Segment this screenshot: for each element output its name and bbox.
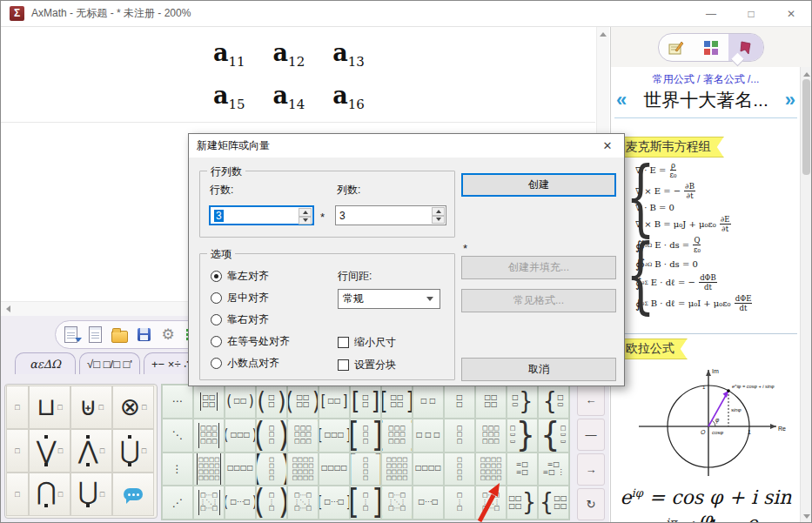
euler-unit-circle-diagram[interactable]: Im Re O 1 1 φ sinφ cosφ e^iφ = cosφ + i …	[630, 361, 787, 483]
scroll-left-icon[interactable]	[6, 305, 10, 312]
placeholder-cell[interactable]: □	[6, 473, 29, 516]
matrix-template-cell[interactable]: [□⋯□⋮⋱⋮□⋯□]	[381, 486, 413, 520]
option-checkbox[interactable]: 缩小尺寸	[338, 335, 396, 349]
matrix-template-cell[interactable]: (□⋯□⋮⋱⋮□⋯□)	[287, 486, 319, 520]
create-button[interactable]: 创建	[461, 173, 616, 197]
matrix-template-cell[interactable]: □⋯□	[413, 486, 444, 520]
nary-operator-cell[interactable]: ⊔□	[29, 386, 70, 429]
palette-nav-button-0[interactable]: ←	[577, 384, 605, 416]
matrix-template-cell[interactable]: □▭}	[507, 385, 538, 419]
matrix-template-cell[interactable]: ⋯	[162, 385, 193, 419]
new-document-icon[interactable]	[86, 325, 104, 344]
matrix-template-cell[interactable]: (□⋮□)	[256, 486, 287, 520]
matrix-template-cell[interactable]: (□□)	[225, 385, 256, 419]
matrix-template-cell[interactable]: (□□□□□□□□□)	[287, 419, 319, 453]
matrix-template-cell[interactable]: □ □	[413, 385, 444, 419]
matrix-template-cell[interactable]: □▭▭}	[507, 419, 538, 453]
matrix-template-cell[interactable]: □ □ □	[413, 419, 444, 453]
matrix-template-cell[interactable]: □□	[444, 385, 475, 419]
matrix-template-cell[interactable]: (□□)	[256, 385, 287, 419]
matrix-template-cell[interactable]: [□□□□]	[381, 385, 413, 419]
matrix-template-cell[interactable]: (□□□)	[256, 419, 287, 453]
matrix-template-cell[interactable]: □□□□□□□□□	[475, 419, 507, 453]
matrix-template-cell[interactable]: (□□□□)	[287, 385, 319, 419]
matrix-template-cell[interactable]: [□□□□□□□□□□□□□□□□]	[381, 453, 413, 486]
maximize-button[interactable]: □	[731, 1, 771, 26]
rows-spinner[interactable]	[299, 208, 312, 225]
symbol-library-tab[interactable]	[694, 34, 728, 61]
maxwell-differential-equations[interactable]: {∇ · E = ρε₀∇ × E = − ∂B∂t∇ · B = 0∇ × B…	[623, 159, 732, 234]
settings-gear-icon[interactable]: ⚙	[159, 325, 178, 344]
symbol-tab-0[interactable]: αεΔΩ	[15, 352, 76, 374]
scrollbar-thumb[interactable]	[802, 79, 810, 175]
matrix-template-cell[interactable]: (□□□□□□□□□□□□□□□□)	[287, 453, 319, 486]
nary-operator-cell[interactable]: ⋂□	[29, 473, 70, 516]
align-radio[interactable]: 小数点对齐	[211, 356, 290, 370]
matrix-template-cell[interactable]: [□□□□]	[350, 453, 381, 486]
matrix-template-cell[interactable]: [□□□□□□□□□]	[381, 419, 413, 453]
matrix-template-cell[interactable]: {□□□□	[538, 486, 569, 520]
align-radio[interactable]: 靠左对齐	[211, 269, 290, 283]
maxwell-integral-equations[interactable]: {∯∂Ω E · ds = Qε₀∯∂Ω B · ds = 0∮∂Σ E · d…	[623, 236, 753, 312]
open-folder-icon[interactable]	[111, 325, 129, 344]
cancel-button[interactable]: 取消	[461, 358, 616, 381]
matrix-template-cell[interactable]: [□□]	[350, 385, 381, 419]
matrix-template-cell[interactable]: [□□□□]	[319, 453, 350, 486]
symbol-tab-1[interactable]: √□ □/□ □'	[79, 352, 140, 374]
matrix-template-cell[interactable]: (□⋯□)	[225, 486, 256, 520]
nary-operator-cell[interactable]: ⋃□	[70, 473, 112, 516]
matrix-template-cell[interactable]: □⋯□⋮⋱⋮□⋯□	[193, 486, 225, 520]
insert-template-menu-icon[interactable]	[62, 325, 80, 344]
close-button[interactable]: ✕	[771, 1, 811, 26]
handwriting-tab[interactable]	[659, 34, 694, 61]
matrix-template-cell[interactable]: [□□□]	[350, 419, 381, 453]
matrix-template-cell[interactable]: [□□□]	[319, 419, 350, 453]
comment-bubble-cell[interactable]	[112, 473, 154, 516]
scroll-up-icon[interactable]	[600, 32, 607, 37]
matrix-template-cell[interactable]: {□▭▭	[538, 419, 569, 453]
matrix-template-cell[interactable]: [□□]	[319, 385, 350, 419]
matrix-template-cell[interactable]: (□□□□)	[225, 453, 256, 486]
matrix-template-cell[interactable]: (□□□)	[225, 419, 256, 453]
rows-input[interactable]: 3	[209, 205, 314, 225]
scroll-down-icon[interactable]	[803, 514, 810, 519]
matrix-template-cell[interactable]: (□□□□)	[256, 453, 287, 486]
matrix-template-cell[interactable]: □□□□	[413, 453, 444, 486]
matrix-template-cell[interactable]: [□⋯□]	[319, 486, 350, 520]
align-radio[interactable]: 靠右对齐	[211, 312, 290, 326]
option-checkbox[interactable]: 设置分块	[338, 358, 396, 372]
matrix-template-cell[interactable]: □□□	[444, 419, 475, 453]
dialog-close-button[interactable]: ✕	[594, 135, 621, 156]
common-formats-button[interactable]: 常见格式...	[461, 289, 616, 312]
save-icon[interactable]	[135, 325, 153, 344]
palette-nav-button-2[interactable]: →	[577, 453, 605, 486]
next-page-icon[interactable]: »	[785, 89, 795, 111]
create-and-fill-button[interactable]: 创建并填充...	[461, 256, 616, 279]
matrix-template-cell[interactable]: {□▭	[538, 385, 569, 419]
scroll-up-icon[interactable]	[803, 72, 810, 77]
row-spacing-select[interactable]: 常规	[338, 289, 440, 309]
nary-operator-cell[interactable]: ⊎□	[70, 386, 112, 429]
matrix-template-cell[interactable]: =□=□ ⋮	[538, 453, 569, 486]
align-radio[interactable]: 居中对齐	[211, 291, 290, 305]
library-scrollbar[interactable]	[800, 67, 812, 523]
minimize-button[interactable]: —	[691, 1, 731, 26]
cols-input[interactable]: 3	[335, 205, 446, 225]
palette-nav-button-1[interactable]: —	[577, 419, 605, 451]
placeholder-cell[interactable]: □	[6, 429, 29, 473]
matrix-template-cell[interactable]: □□□□	[193, 385, 225, 419]
cols-spinner[interactable]	[432, 207, 445, 224]
palette-nav-button-3[interactable]: ↻	[577, 488, 605, 520]
matrix-template-cell[interactable]: ⋮	[162, 453, 193, 486]
matrix-template-cell[interactable]: ⋱	[162, 419, 193, 453]
matrix-template-cell[interactable]: ⋰	[162, 486, 193, 520]
breadcrumb[interactable]: 常用公式 / 著名公式 /...	[611, 72, 801, 87]
matrix-template-cell[interactable]: □□□□	[475, 385, 507, 419]
nary-operator-cell[interactable]: ⋃□	[112, 429, 154, 473]
matrix-template-cell[interactable]: □□□□□□□□□	[193, 419, 225, 453]
nary-operator-cell[interactable]: ⋁□	[29, 429, 70, 473]
euler-identity[interactable]: eiπ + 1 = 0	[611, 516, 801, 523]
prev-page-icon[interactable]: «	[616, 89, 627, 111]
matrix-template-cell[interactable]: [□⋮□]	[350, 486, 381, 520]
matrix-template-cell[interactable]: □□□□□□□□□□□□□□□□	[193, 453, 225, 486]
